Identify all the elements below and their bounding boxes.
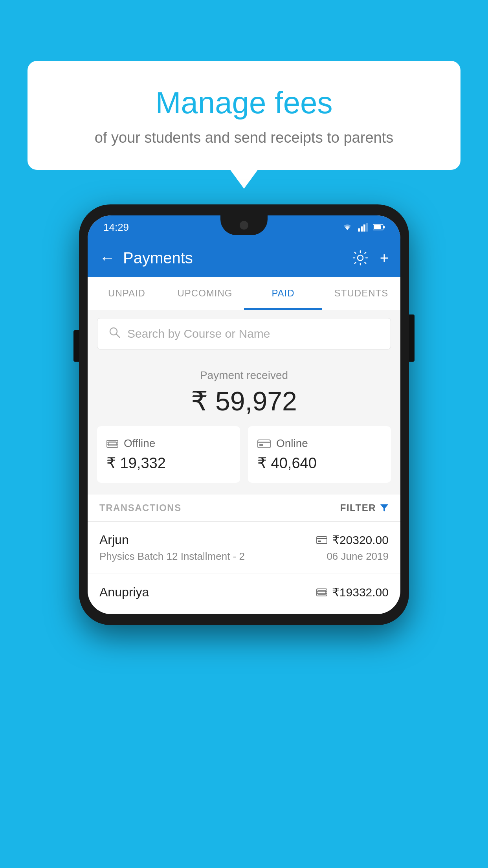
payment-cards: Offline ₹ 19,332 Online ₹ 40,640 (88, 426, 400, 495)
app-bar: ← Payments + (88, 239, 400, 277)
transaction-row[interactable]: Anupriya ₹19332.00 (88, 574, 400, 614)
payment-type-icon (316, 536, 327, 544)
online-icon (257, 438, 271, 449)
svg-rect-14 (258, 440, 270, 448)
online-amount: ₹ 40,640 (257, 454, 382, 472)
speech-bubble-subtitle: of your students and send receipts to pa… (59, 129, 429, 146)
search-container: Search by Course or Name (88, 310, 400, 357)
tab-paid[interactable]: PAID (244, 277, 322, 310)
tab-unpaid[interactable]: UNPAID (88, 277, 166, 310)
svg-rect-5 (383, 226, 385, 228)
transaction-amount: ₹19332.00 (332, 585, 389, 599)
filter-icon (380, 504, 389, 512)
payment-received-amount: ₹ 59,972 (88, 386, 400, 417)
status-time: 14:29 (103, 221, 129, 234)
svg-rect-17 (317, 537, 327, 544)
online-card: Online ₹ 40,640 (248, 426, 391, 483)
transaction-amount-wrap: ₹20320.00 (316, 533, 389, 547)
app-bar-actions: + (352, 249, 389, 267)
online-card-header: Online (257, 437, 382, 450)
filter-button[interactable]: FILTER (340, 502, 389, 513)
transaction-row-top: Anupriya ₹19332.00 (99, 585, 389, 600)
signal-icon (358, 223, 368, 232)
phone-container: 14:29 (79, 204, 409, 625)
transaction-desc: Physics Batch 12 Installment - 2 (99, 550, 245, 563)
svg-rect-2 (363, 224, 365, 232)
transactions-header: TRANSACTIONS FILTER (88, 495, 400, 522)
offline-card-header: Offline (106, 437, 231, 450)
svg-rect-20 (317, 589, 327, 596)
battery-icon (373, 224, 385, 231)
payment-received-label: Payment received (88, 369, 400, 382)
notch (220, 215, 268, 235)
back-button[interactable]: ← (99, 249, 115, 267)
transaction-row-top: Arjun ₹20320.00 (99, 533, 389, 547)
svg-rect-6 (374, 225, 381, 229)
offline-amount: ₹ 19,332 (106, 454, 231, 472)
tab-upcoming[interactable]: UPCOMING (166, 277, 244, 310)
payment-received-section: Payment received ₹ 59,972 (88, 357, 400, 426)
svg-rect-3 (366, 223, 368, 232)
search-bar[interactable]: Search by Course or Name (97, 318, 391, 349)
camera-dot (240, 221, 248, 230)
offline-label: Offline (124, 437, 155, 450)
payment-type-icon (316, 588, 327, 597)
svg-rect-0 (358, 228, 360, 232)
svg-rect-1 (361, 226, 363, 232)
svg-point-7 (358, 255, 363, 261)
search-placeholder: Search by Course or Name (127, 327, 270, 340)
svg-rect-16 (259, 444, 263, 446)
wifi-icon (341, 223, 353, 232)
transaction-name: Anupriya (99, 585, 149, 600)
speech-bubble-container: Manage fees of your students and send re… (28, 61, 460, 170)
speech-bubble: Manage fees of your students and send re… (28, 61, 460, 170)
transaction-row-bottom: Physics Batch 12 Installment - 2 06 June… (99, 550, 389, 563)
tabs-container: UNPAID UPCOMING PAID STUDENTS (88, 277, 400, 310)
offline-icon (106, 438, 118, 449)
phone-screen: 14:29 (88, 215, 400, 614)
transactions-label: TRANSACTIONS (99, 502, 182, 513)
transaction-name: Arjun (99, 533, 129, 547)
filter-label: FILTER (340, 502, 376, 513)
status-icons (341, 223, 385, 232)
search-icon (108, 326, 120, 341)
online-label: Online (276, 437, 308, 450)
transaction-amount-wrap: ₹19332.00 (316, 585, 389, 599)
add-button[interactable]: + (380, 250, 389, 267)
phone-outer: 14:29 (79, 204, 409, 625)
tab-students[interactable]: STUDENTS (322, 277, 400, 310)
transaction-row[interactable]: Arjun ₹20320.00 Physics Batch 12 Install… (88, 522, 400, 574)
svg-rect-19 (318, 541, 321, 542)
offline-card: Offline ₹ 19,332 (97, 426, 240, 483)
settings-icon[interactable] (352, 249, 369, 267)
transaction-date: 06 June 2019 (327, 550, 389, 563)
speech-bubble-title: Manage fees (59, 85, 429, 121)
svg-line-9 (116, 334, 119, 337)
transaction-amount: ₹20320.00 (332, 533, 389, 547)
status-bar: 14:29 (88, 215, 400, 239)
app-bar-title: Payments (123, 249, 344, 267)
